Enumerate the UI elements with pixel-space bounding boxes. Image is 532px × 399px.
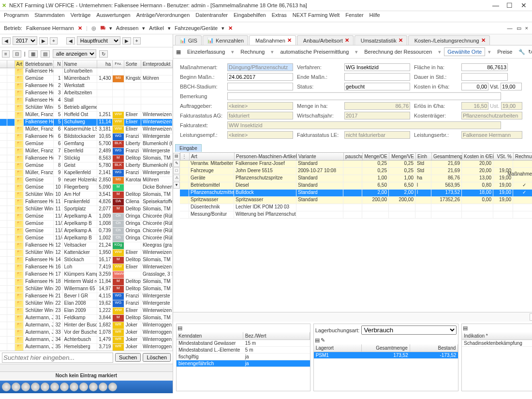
menu-item[interactable]: Verträge [71, 12, 91, 21]
subtool-0[interactable]: Einzelerfassung [184, 47, 228, 56]
field-row[interactable]: 📁Falkensee Her17Klümpers Kamp3,259MaWeGr… [0, 271, 173, 279]
field-row[interactable]: 📁Falkensee Her6Bildstockacker10,65WGFran… [0, 133, 173, 141]
vst-field[interactable] [501, 83, 522, 90]
grid-icon[interactable]: ▦ [176, 49, 181, 55]
field-row[interactable]: 📁Gemüse11/1Arpelkamp A1,009ChOringaChico… [0, 213, 173, 221]
field-row[interactable]: 📁Falkensee Her14Stöckach16,17MDelitopSil… [0, 257, 173, 264]
field-row[interactable]: 📁Schlüter Wind22Elan 200819,62WGFranziWi… [0, 300, 173, 308]
year-next-button[interactable]: ▶ [39, 37, 48, 44]
row-icon[interactable]: ✎ [173, 160, 180, 167]
eingabe-row[interactable]: DüsentechnikLechler IDK POM 120 03 [180, 204, 532, 211]
artikel-menu[interactable]: Artikel [149, 25, 164, 31]
tool-icon[interactable] [2, 383, 11, 391]
hauptfrucht-select[interactable]: Hauptfrucht [77, 36, 120, 45]
row-icon[interactable]: ▤ [173, 153, 180, 160]
menu-item[interactable]: Extras [272, 12, 287, 21]
menu-item[interactable]: Anträge/Verordnungen [136, 12, 190, 21]
field-row[interactable]: 📁Falkensee Her2Werkstatt [0, 83, 173, 90]
field-row[interactable]: 📁Autermann, Jo31Feldkamp3,844MDelitopSil… [0, 315, 173, 322]
dauer-field[interactable] [461, 73, 508, 81]
list-icon[interactable]: ▤ [463, 325, 468, 331]
maximize-icon[interactable]: ☐ [503, 1, 516, 9]
tool-icon[interactable] [79, 383, 88, 391]
close-icon[interactable]: ✕ [345, 37, 349, 44]
menu-item[interactable]: Hilfe [369, 12, 380, 21]
field-row[interactable]: 📁Falkensee Her16Loh7,419WWElixerWinterwe… [0, 264, 173, 271]
tab-maßnahmen[interactable]: Maßnahmen ✕ [249, 35, 296, 45]
row-icon[interactable]: ▼ [173, 182, 180, 189]
field-row[interactable]: 📁Schlüter Wind10Am Hof3,541MDelitopSilom… [0, 192, 173, 199]
massnahmenart-field[interactable] [227, 63, 293, 71]
lager-row[interactable]: PSM1173,52-173,52 [314, 352, 458, 359]
verfahren-field[interactable] [344, 63, 410, 71]
minimize-icon[interactable]: — [489, 1, 502, 9]
eingabe-row[interactable]: Messung/BoniturWitterung bei Pflanzensch… [180, 211, 532, 219]
tool-icon[interactable] [31, 383, 40, 391]
close-icon[interactable]: ✕ [481, 37, 486, 44]
eingabe-grid[interactable]: Verantw. MitarbeiterFalkensee Franz-Jose… [180, 161, 532, 219]
field-row[interactable]: 📁Gemüse11/2Arpelkamp B1,008ChOringaChico… [0, 221, 173, 228]
field-row[interactable]: 📁Gemüse1Mürrenbach1,430MöKingstorMöhren [0, 75, 173, 83]
field-row[interactable]: 📁Falkensee Her4Stall [0, 97, 173, 104]
subtool-1[interactable]: Rechnung [237, 47, 268, 56]
year-select[interactable]: 2017 [13, 36, 37, 45]
field-row[interactable]: 📁Gemüse8Geist5,780BLKLibertyBlumenkohl (… [0, 163, 173, 170]
menu-item[interactable]: Datentransfer [195, 12, 228, 21]
list-icon[interactable]: ≡ [2, 50, 10, 58]
list-icon[interactable]: ▤ [177, 325, 182, 331]
expand-icon[interactable]: ▦ [29, 50, 38, 58]
tool-icon[interactable] [108, 383, 117, 391]
filter-select[interactable]: alle anzeigen [53, 49, 96, 58]
menu-item[interactable]: Eingabehilfen [234, 12, 266, 21]
subtool-3[interactable]: Berechnung der Ressourcen [361, 47, 435, 56]
field-row[interactable]: 📁Autermann, Jo35Hemelsberg3,719WRJokerWi… [0, 344, 173, 351]
menu-item[interactable]: Stammdaten [34, 12, 64, 21]
field-row[interactable]: 📁Falkensee Her18Hinterm Wald recht11,84M… [0, 279, 173, 286]
tool-icon[interactable] [70, 383, 78, 391]
tab-eingabe[interactable]: Eingabe [175, 144, 202, 152]
tool-icon[interactable] [41, 383, 49, 391]
field-row[interactable]: 📁Autermann, Jo34Achterbusch1,479WRJokerW… [0, 337, 173, 344]
kosten-field[interactable] [461, 83, 488, 90]
year-prev-button[interactable]: ◀ [2, 37, 11, 44]
field-row[interactable]: 📁Falkensee Her21Bever I GR4,115WGFranziW… [0, 293, 173, 300]
subtool-4[interactable]: Gewählte Orte [444, 47, 485, 56]
status-field[interactable] [344, 83, 410, 90]
kenn-row[interactable]: Mindestabstand L.-Elemente5 m [177, 347, 310, 354]
unvollstaendig-checkbox[interactable]: Maßnahme unvollständig [507, 168, 532, 177]
next-button[interactable]: ▶ [122, 37, 131, 44]
field-row[interactable]: 📁Falkensee Her12Veitsacker21,24KGgKleegr… [0, 242, 173, 250]
betrieb-value[interactable]: Falkensee Hermann [26, 25, 74, 31]
clear-button[interactable]: Löschen [143, 353, 171, 362]
tab-umsatzstatistik[interactable]: Umsatzstatistik ✕ [355, 35, 407, 45]
tab-gis[interactable]: 📊 GIS [175, 35, 202, 45]
kenn-row[interactable]: fischgiftigja [177, 354, 310, 360]
adressen-menu[interactable]: Adressen [116, 25, 138, 31]
prev-button[interactable]: ◀ [66, 37, 75, 44]
tab-kennzahlen[interactable]: 📊 Kennzahlen [203, 35, 248, 45]
menu-item[interactable]: Fenster [345, 12, 363, 21]
bemerkung-field[interactable] [227, 92, 501, 100]
tool-icon[interactable] [99, 383, 107, 391]
eingabe-row[interactable]: BetriebsmittelDieselStandard6,506,50l563… [180, 182, 532, 190]
field-row[interactable]: 📁Gemüse11/3Arpelkamp A0,739ChOringaChico… [0, 228, 173, 235]
row-icon[interactable]: ⚠ [173, 175, 180, 181]
row-icon[interactable]: □ [173, 167, 180, 174]
flaeche-field[interactable] [461, 63, 508, 71]
tool-icon[interactable] [21, 383, 30, 391]
tree-icon[interactable]: ⊟ [13, 50, 21, 58]
field-row[interactable]: 📁Falkensee Her11Frankenfeld4,826DACilena… [0, 199, 173, 206]
field-row[interactable]: 📁Autermann, Jo32Hinter der Busche1,682WR… [0, 322, 173, 329]
add-button[interactable]: + [50, 37, 58, 44]
tool-icon[interactable]: 🔧 [518, 49, 525, 55]
tab-kosten-/leistungsrechnung[interactable]: Kosten-/Leistungsrechnung ✕ [408, 35, 490, 45]
kenn-row[interactable]: Mindestabstand Gewässer15 m [177, 340, 310, 347]
tool-icon[interactable] [89, 383, 98, 391]
bbch-field[interactable] [227, 83, 293, 90]
subtool-5[interactable]: Preise [494, 47, 516, 56]
tool-icon[interactable] [60, 383, 69, 391]
eingabe-row[interactable]: GerätePflanzenschutzspritzeStandard1,001… [180, 175, 532, 182]
car-icon[interactable]: ⛟ [100, 25, 105, 31]
close-icon[interactable]: ✕ [399, 37, 403, 44]
h-scrollbar[interactable] [0, 364, 173, 371]
